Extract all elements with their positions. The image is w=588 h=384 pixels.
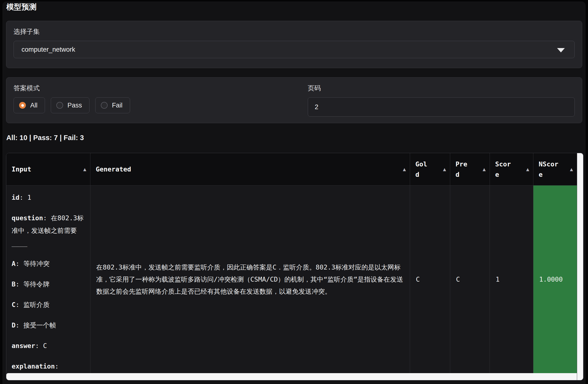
subset-panel: 选择子集 computer_network: [6, 21, 582, 68]
page-title: 模型预测: [6, 2, 37, 12]
sort-ascending-icon[interactable]: ▲: [443, 166, 446, 172]
column-header-score[interactable]: Score ▲: [490, 153, 533, 185]
cell-pred[interactable]: C: [450, 185, 490, 373]
results-summary: All: 10 | Pass: 7 | Fail: 3: [6, 134, 84, 142]
input-field: id: 1: [12, 191, 85, 204]
cell-generated[interactable]: 在802.3标准中，发送帧之前需要监听介质，因此正确答案是C．监听介质。802.…: [90, 185, 410, 373]
radio-option-label: All: [30, 102, 38, 109]
chevron-down-icon[interactable]: [557, 48, 565, 52]
subset-label: 选择子集: [14, 27, 575, 36]
answer-mode-label: 答案模式: [14, 84, 297, 93]
cell-nscore[interactable]: 1.0000: [533, 185, 577, 373]
column-header-nscore[interactable]: NScore ▲: [533, 153, 577, 185]
input-field: A: 等待冲突: [12, 257, 85, 270]
cell-input[interactable]: id: 1 question: 在802.3标准中，发送帧之前需要____ A:…: [6, 185, 90, 373]
answer-mode-radio-row: All Pass Fail: [14, 97, 297, 113]
radio-icon[interactable]: [101, 102, 107, 109]
cell-score[interactable]: 1: [490, 185, 533, 373]
horizontal-scrollbar[interactable]: [6, 373, 577, 380]
sort-ascending-icon[interactable]: ▲: [526, 166, 529, 172]
input-field: question: 在802.3标准中，发送帧之前需要____: [12, 212, 85, 250]
column-header-pred[interactable]: Pred ▲: [450, 153, 490, 185]
radio-option-all[interactable]: All: [14, 97, 45, 113]
radio-option-pass[interactable]: Pass: [51, 97, 89, 113]
subset-select-value: computer_network: [21, 46, 75, 53]
sort-ascending-icon[interactable]: ▲: [483, 166, 486, 172]
page-number-group: 页码: [308, 84, 575, 117]
column-header-input[interactable]: Input ▲: [6, 153, 90, 185]
radio-option-fail[interactable]: Fail: [95, 97, 130, 113]
input-field: answer: C: [12, 340, 85, 352]
input-field: explanation:: [12, 360, 85, 373]
subset-select[interactable]: computer_network: [14, 41, 575, 58]
radio-option-label: Pass: [67, 102, 82, 109]
input-field: C: 监听介质: [12, 299, 85, 311]
app-container: 模型预测 选择子集 computer_network 答案模式 All Pass: [2, 1, 586, 384]
filters-panel: 答案模式 All Pass Fail 页码: [6, 77, 582, 123]
page-number-label: 页码: [308, 84, 575, 93]
radio-icon[interactable]: [19, 102, 26, 109]
predictions-table: Input ▲ Generated ▲ Gold ▲ Pred ▲ Score …: [6, 153, 583, 380]
sort-ascending-icon[interactable]: ▲: [83, 166, 86, 172]
radio-option-label: Fail: [112, 102, 123, 109]
vertical-scrollbar[interactable]: [577, 153, 583, 380]
radio-icon[interactable]: [56, 102, 63, 109]
answer-mode-group: 答案模式 All Pass Fail: [14, 84, 297, 117]
page-number-input[interactable]: [308, 97, 575, 117]
sort-ascending-icon[interactable]: ▲: [403, 166, 406, 172]
column-header-gold[interactable]: Gold ▲: [410, 153, 450, 185]
input-field: D: 接受一个帧: [12, 319, 85, 332]
column-header-generated[interactable]: Generated ▲: [90, 153, 410, 185]
input-field: B: 等待令牌: [12, 278, 85, 290]
sort-ascending-icon[interactable]: ▲: [570, 166, 573, 172]
cell-gold[interactable]: C: [410, 185, 450, 373]
